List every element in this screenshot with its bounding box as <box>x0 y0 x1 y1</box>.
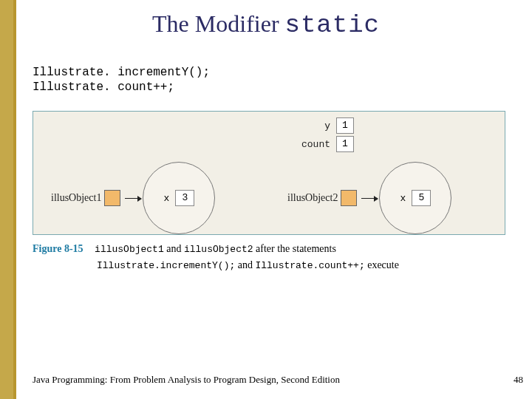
caption-text-2: after the statements <box>253 243 336 254</box>
object2-group: illusObject2 x 5 <box>287 162 451 234</box>
static-var-y: y 1 <box>292 117 354 134</box>
object2-x-label: x <box>400 193 406 204</box>
code-line-2: Illustrate. count++; <box>33 80 210 95</box>
count-label: count <box>292 139 336 150</box>
caption-code-4: Illustrate.count++; <box>255 260 364 271</box>
figure-number: Figure 8-15 <box>33 243 83 254</box>
code-line-1: Illustrate. incrementY(); <box>33 65 210 80</box>
arrow-icon <box>361 198 378 199</box>
footer-text: Java Programming: From Problem Analysis … <box>33 374 340 386</box>
caption-code-3: Illustrate.incrementY(); <box>97 260 235 271</box>
figure-caption: Figure 8-15 illusObject1 and illusObject… <box>33 241 505 273</box>
y-value: 1 <box>336 117 354 134</box>
object2-circle: x 5 <box>379 162 451 234</box>
object1-refbox <box>104 190 120 206</box>
slide-title: The Modifier static <box>0 0 532 39</box>
figure-diagram: y 1 count 1 illusObject1 x 3 illusObject… <box>33 111 505 235</box>
static-var-count: count 1 <box>292 136 354 152</box>
caption-code-2: illusObject2 <box>184 244 253 255</box>
object2-refbox <box>341 190 357 206</box>
object1-label: illusObject1 <box>51 192 101 204</box>
caption-code-1: illusObject1 <box>95 244 164 255</box>
title-prefix: The Modifier <box>152 10 285 37</box>
object1-group: illusObject1 x 3 <box>51 162 215 234</box>
object2-label: illusObject2 <box>287 192 338 204</box>
object1-x-value: 3 <box>175 190 194 206</box>
title-code: static <box>285 11 380 39</box>
caption-text-1: and <box>164 243 184 254</box>
caption-text-4: execute <box>365 259 399 270</box>
y-label: y <box>292 120 336 132</box>
object1-x-label: x <box>164 193 170 204</box>
page-number: 48 <box>514 374 523 386</box>
arrow-icon <box>125 198 141 199</box>
caption-text-3: and <box>235 259 255 270</box>
object1-circle: x 3 <box>143 162 215 234</box>
sidebar-accent-inner <box>0 0 13 399</box>
static-vars-block: y 1 count 1 <box>292 117 354 154</box>
object2-x-value: 5 <box>412 190 431 206</box>
code-snippet: Illustrate. incrementY(); Illustrate. co… <box>33 65 210 95</box>
count-value: 1 <box>336 136 354 152</box>
